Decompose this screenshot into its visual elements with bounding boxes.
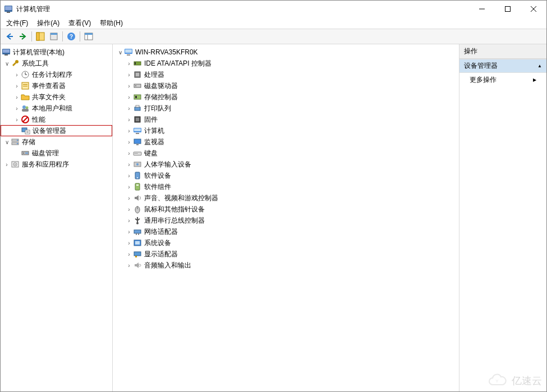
device-category-firmware[interactable]: ›固件	[113, 114, 459, 125]
device-category-monitors[interactable]: ›监视器	[113, 136, 459, 147]
action-more-actions[interactable]: 更多操作 ▶	[459, 73, 546, 87]
back-button[interactable]	[3, 30, 16, 43]
left-root-node[interactable]: 计算机管理(本地)	[1, 47, 112, 58]
left-item-task-scheduler[interactable]: › 任务计划程序	[1, 69, 112, 80]
left-item-shared-folders[interactable]: › 共享文件夹	[1, 91, 112, 103]
view-button[interactable]	[82, 30, 95, 43]
left-item-device-manager[interactable]: 设备管理器	[1, 125, 112, 136]
device-category-sound[interactable]: ›声音、视频和游戏控制器	[113, 192, 459, 204]
toolbar-separator	[80, 31, 80, 41]
expander-closed-icon[interactable]: ›	[125, 194, 133, 202]
device-category-keyboards[interactable]: ›键盘	[113, 147, 459, 159]
device-category-audio_io[interactable]: ›音频输入和输出	[113, 260, 459, 271]
maximize-button[interactable]	[495, 1, 521, 17]
device-category-label: 声音、视频和游戏控制器	[144, 193, 218, 203]
close-button[interactable]	[521, 1, 546, 17]
expander-open-icon[interactable]: ∨	[116, 48, 124, 56]
expander-closed-icon[interactable]: ›	[125, 160, 133, 168]
svg-rect-19	[3, 49, 10, 53]
device-category-ide[interactable]: ›IDE ATA/ATAPI 控制器	[113, 58, 459, 69]
device-category-print_queues[interactable]: ›打印队列	[113, 103, 459, 114]
expander-closed-icon[interactable]: ›	[125, 172, 133, 179]
expander-closed-icon[interactable]: ›	[125, 250, 133, 258]
cpu-icon	[133, 70, 142, 79]
expander-closed-icon[interactable]: ›	[125, 239, 133, 247]
expander-closed-icon[interactable]: ›	[125, 205, 133, 213]
expander-closed-icon[interactable]: ›	[13, 104, 21, 112]
expander-open-icon[interactable]: ∨	[3, 138, 11, 146]
expander-closed-icon[interactable]: ›	[125, 228, 133, 236]
left-pane[interactable]: 计算机管理(本地) ∨ 系统工具 › 任务计划程序 › 事件查看器 › 共	[1, 44, 113, 391]
svg-rect-43	[25, 153, 28, 154]
audio-io-icon	[133, 261, 142, 270]
show-hide-tree-button[interactable]	[34, 30, 47, 43]
help-button[interactable]: ?	[65, 30, 78, 43]
services-icon	[11, 160, 20, 169]
actions-section-title[interactable]: 设备管理器 ▲	[459, 59, 546, 73]
expander-closed-icon[interactable]: ›	[125, 261, 133, 269]
sw-device-icon	[133, 171, 142, 180]
expander-closed-icon[interactable]: ›	[125, 127, 133, 135]
device-category-processors[interactable]: ›处理器	[113, 69, 459, 80]
device-category-disk_drives[interactable]: ›磁盘驱动器	[113, 80, 459, 91]
printer-icon	[133, 104, 142, 113]
svg-rect-57	[135, 96, 137, 98]
svg-rect-63	[134, 128, 141, 131]
expander-closed-icon[interactable]: ›	[125, 216, 133, 224]
expander-closed-icon[interactable]: ›	[125, 104, 133, 112]
device-category-storage_ctrl[interactable]: ›存储控制器	[113, 91, 459, 103]
menu-help[interactable]: 帮助(H)	[96, 17, 126, 29]
expander-closed-icon[interactable]: ›	[125, 93, 133, 101]
expander-closed-icon[interactable]: ›	[125, 59, 133, 67]
expander-closed-icon[interactable]: ›	[125, 149, 133, 157]
left-services-node[interactable]: › 服务和应用程序	[1, 159, 112, 170]
left-item-event-viewer[interactable]: › 事件查看器	[1, 80, 112, 91]
device-category-label: 显示适配器	[144, 250, 178, 259]
no-entry-icon	[21, 115, 30, 124]
menu-action[interactable]: 操作(A)	[34, 17, 63, 29]
device-category-computer[interactable]: ›计算机	[113, 125, 459, 136]
expander-closed-icon[interactable]: ›	[125, 71, 133, 79]
device-category-label: 网络适配器	[144, 227, 178, 237]
computer-mgmt-icon	[2, 48, 11, 57]
expander-closed-icon[interactable]: ›	[125, 183, 133, 191]
left-item-performance[interactable]: › 性能	[1, 114, 112, 125]
properties-button[interactable]	[47, 30, 61, 43]
forward-button[interactable]	[16, 30, 30, 43]
device-category-mice[interactable]: ›鼠标和其他指针设备	[113, 204, 459, 215]
device-category-display[interactable]: ›显示适配器	[113, 248, 459, 260]
ide-icon	[133, 59, 142, 68]
expander-closed-icon[interactable]: ›	[125, 116, 133, 123]
svg-point-42	[23, 153, 24, 154]
expander-closed-icon[interactable]: ›	[13, 93, 21, 101]
svg-rect-35	[26, 131, 29, 132]
svg-rect-20	[4, 54, 8, 56]
svg-rect-69	[136, 153, 136, 154]
center-pane[interactable]: ∨ WIN-RRVA35KFR0K ›IDE ATA/ATAPI 控制器›处理器…	[113, 44, 459, 391]
svg-point-90	[139, 264, 141, 266]
device-category-hid[interactable]: ›人体学输入设备	[113, 159, 459, 170]
menu-view[interactable]: 查看(V)	[65, 17, 94, 29]
left-system-tools-node[interactable]: ∨ 系统工具	[1, 58, 112, 69]
expander-closed-icon[interactable]: ›	[13, 116, 21, 123]
device-category-sw_devices[interactable]: ›软件设备	[113, 170, 459, 181]
minimize-button[interactable]	[469, 1, 495, 17]
svg-rect-88	[134, 252, 141, 256]
device-category-network[interactable]: ›网络适配器	[113, 226, 459, 237]
menu-file[interactable]: 文件(F)	[3, 17, 31, 29]
expander-closed-icon[interactable]: ›	[13, 82, 21, 90]
expander-closed-icon[interactable]: ›	[125, 82, 133, 90]
device-root-node[interactable]: ∨ WIN-RRVA35KFR0K	[113, 47, 459, 58]
left-storage-node[interactable]: ∨ 存储	[1, 136, 112, 147]
device-category-sw_components[interactable]: ›软件组件	[113, 181, 459, 192]
expander-closed-icon[interactable]: ›	[13, 71, 21, 79]
svg-rect-48	[125, 49, 132, 53]
left-item-local-users[interactable]: › 本地用户和组	[1, 103, 112, 114]
left-item-disk-mgmt[interactable]: 磁盘管理	[1, 147, 112, 159]
device-category-system_devices[interactable]: ›系统设备	[113, 237, 459, 248]
expander-closed-icon[interactable]: ›	[3, 160, 11, 168]
expander-closed-icon[interactable]: ›	[125, 138, 133, 146]
device-category-usb[interactable]: ›通用串行总线控制器	[113, 215, 459, 226]
expander-open-icon[interactable]: ∨	[3, 59, 11, 67]
svg-point-55	[135, 85, 136, 86]
